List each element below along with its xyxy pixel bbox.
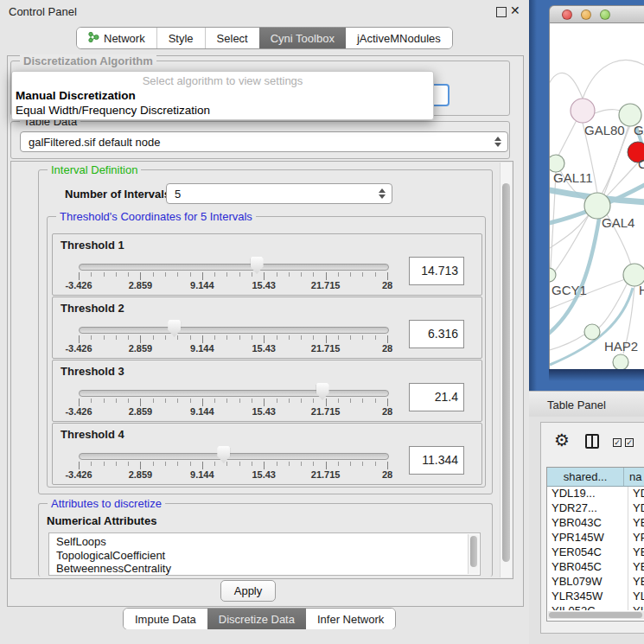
- slider-tick: [190, 335, 191, 340]
- split-columns-icon[interactable]: [585, 434, 599, 449]
- table-horizontal-scrollbar[interactable]: [548, 611, 644, 619]
- apply-button[interactable]: Apply: [220, 580, 276, 602]
- tab-cyni-toolbox[interactable]: Cyni Toolbox: [259, 28, 346, 48]
- attribute-item[interactable]: SelfLoops: [56, 535, 480, 549]
- threshold-2-slider-track[interactable]: [79, 327, 389, 334]
- threshold-4-value-field[interactable]: 11.344: [409, 446, 464, 475]
- control-panel-titlebar: Control Panel ✕: [0, 0, 529, 22]
- checkbox-checked-icon[interactable]: ✓: [625, 438, 634, 447]
- threshold-1-slider-thumb[interactable]: [251, 257, 264, 274]
- tab-network[interactable]: Network: [77, 28, 156, 48]
- slider-tick: [252, 272, 252, 277]
- threshold-2-value-field[interactable]: 6.316: [409, 320, 464, 348]
- dropdown-option-manual[interactable]: Manual Discretization: [16, 89, 136, 102]
- slider-tick: [226, 399, 227, 403]
- slider-tick: [190, 272, 191, 277]
- node-partial-bottom[interactable]: [613, 354, 628, 369]
- slider-tick: [91, 462, 92, 466]
- slider-tick: [252, 399, 252, 403]
- slider-tick-label: 15.43: [252, 343, 276, 354]
- close-traffic-light-icon[interactable]: [562, 10, 572, 20]
- threshold-1-slider-track[interactable]: [79, 264, 389, 271]
- attributes-scrollbar-thumb[interactable]: [470, 536, 477, 567]
- threshold-3-value-field[interactable]: 21.4: [409, 383, 464, 411]
- slider-tick: [226, 462, 227, 466]
- threshold-3-panel: Threshold 3 -3.4262.8599.14415.4321.7152…: [52, 360, 482, 422]
- slider-tick: [239, 272, 240, 277]
- tab-discretize-data[interactable]: Discretize Data: [207, 609, 306, 629]
- slider-tick: [79, 399, 80, 406]
- node-gal80[interactable]: [571, 99, 595, 123]
- threshold-4-slider-thumb[interactable]: [217, 446, 230, 463]
- threshold-3-slider-track[interactable]: [79, 390, 389, 397]
- attribute-item[interactable]: BetweennessCentrality: [56, 562, 480, 576]
- slider-tick: [202, 335, 203, 343]
- table-row[interactable]: YPR145WYPR1: [547, 531, 644, 545]
- tab-impute-data[interactable]: Impute Data: [124, 609, 207, 629]
- slider-tick: [326, 272, 327, 280]
- attributes-scrollbar[interactable]: [468, 534, 479, 574]
- tab-jactivemnodules[interactable]: jActiveMNodules: [346, 28, 452, 48]
- dropdown-option-equal-width[interactable]: Equal Width/Frequency Discretization: [16, 104, 210, 117]
- threshold-3-slider-thumb[interactable]: [316, 383, 329, 400]
- slider-tick: [140, 462, 141, 469]
- node-hap2[interactable]: [584, 324, 600, 340]
- table-row[interactable]: YLR345WYLR3: [547, 590, 644, 604]
- attribute-item[interactable]: TopologicalCoefficient: [56, 549, 480, 563]
- table-row[interactable]: YDL19...YDL1: [547, 487, 644, 501]
- slider-tick-label: -3.426: [65, 343, 92, 354]
- slider-tick-label: 21.715: [311, 343, 341, 354]
- zoom-traffic-light-icon[interactable]: [600, 10, 610, 20]
- slider-tick-label: 28: [382, 280, 392, 290]
- table-row[interactable]: YBL079WYBL0: [547, 575, 644, 590]
- tab-style[interactable]: Style: [156, 28, 205, 48]
- slider-tick: [140, 399, 141, 406]
- close-icon[interactable]: ✕: [510, 3, 520, 17]
- number-of-intervals-combobox[interactable]: 5: [166, 183, 392, 204]
- tab-select[interactable]: Select: [205, 28, 259, 48]
- table-row[interactable]: YIL052CYIL0: [547, 604, 644, 610]
- column-header-shared-name[interactable]: shared...: [547, 468, 624, 486]
- slider-tick: [338, 335, 339, 340]
- slider-tick: [91, 335, 92, 340]
- threshold-1-panel: Threshold 1 -3.4262.8599.14415.4321.7152…: [52, 233, 482, 296]
- slider-tick-label: 9.144: [190, 469, 214, 480]
- slider-tick: [289, 399, 290, 403]
- settings-scrollbar[interactable]: [500, 163, 512, 577]
- slider-tick: [140, 272, 141, 280]
- node-gcy1[interactable]: [550, 268, 556, 282]
- slider-tick: [226, 335, 227, 340]
- slider-tick-label: -3.426: [65, 406, 92, 417]
- slider-tick: [362, 399, 363, 403]
- number-of-intervals-value: 5: [175, 188, 181, 201]
- table-hscrollbar-thumb[interactable]: [549, 612, 642, 618]
- checkbox-checked-icon[interactable]: ✓: [613, 438, 622, 447]
- network-canvas[interactable]: GAL80 GA C GAL11 GAL4 GCY1 H HAP2: [549, 23, 644, 369]
- bottom-strip: [0, 629, 529, 644]
- settings-scrollbar-thumb[interactable]: [502, 183, 510, 562]
- slider-tick: [313, 399, 314, 403]
- table-row[interactable]: YBR045CYBR0: [547, 560, 644, 575]
- table-row[interactable]: YER054CYER0: [547, 545, 644, 560]
- threshold-1-value-field[interactable]: 14.713: [409, 257, 464, 285]
- column-header-name[interactable]: na: [624, 468, 644, 486]
- node-label-partial-ga: GA: [634, 123, 644, 137]
- network-window-titlebar[interactable]: [549, 5, 644, 23]
- threshold-2-slider-thumb[interactable]: [168, 320, 181, 337]
- slider-tick: [362, 462, 363, 466]
- slider-tick: [202, 272, 203, 280]
- minimize-traffic-light-icon[interactable]: [581, 10, 591, 20]
- tab-infer-network[interactable]: Infer Network: [306, 609, 395, 629]
- slider-tick-label: 9.144: [190, 343, 214, 354]
- threshold-4-slider-track[interactable]: [79, 453, 389, 460]
- table-data-combobox[interactable]: galFiltered.sif default node: [20, 131, 508, 152]
- node-gal11[interactable]: [550, 155, 564, 172]
- float-window-icon[interactable]: [496, 7, 507, 17]
- slider-tick: [239, 462, 240, 466]
- table-row[interactable]: YDR27...YDR2: [547, 501, 644, 516]
- slider-tick: [277, 272, 277, 277]
- slider-tick: [190, 462, 191, 466]
- gear-icon[interactable]: ⚙: [554, 430, 570, 450]
- slider-tick-label: 28: [382, 406, 392, 417]
- table-row[interactable]: YBR043CYBR0: [547, 516, 644, 531]
